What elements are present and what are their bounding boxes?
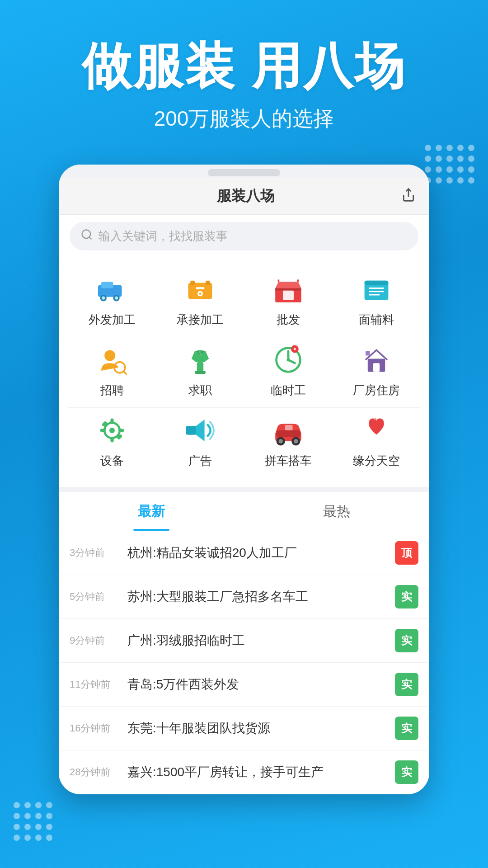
category-label-ml: 面辅料 (359, 312, 394, 328)
app-header: 服装八场 (59, 178, 429, 215)
category-label-sb: 设备 (100, 453, 124, 469)
app-header-title: 服装八场 (90, 186, 401, 206)
category-item-ml[interactable]: 面辅料 (340, 271, 413, 328)
category-item-pctc[interactable]: 拼车搭车 (252, 412, 324, 469)
category-icon-qz (182, 342, 218, 378)
search-icon (80, 228, 93, 244)
svg-point-12 (199, 292, 201, 295)
svg-point-1 (82, 230, 91, 239)
tabs-section: 最新 最热 (59, 492, 429, 531)
svg-rect-45 (118, 429, 124, 432)
category-item-cfz[interactable]: 厂房住房 (340, 342, 413, 398)
feed-badge-5: 实 (395, 760, 418, 784)
category-label-pf: 批发 (277, 312, 300, 328)
category-icon-yftk (358, 412, 394, 448)
feed-item-0[interactable]: 3分钟前 杭州:精品女装诚招20人加工厂 顶 (59, 531, 429, 575)
category-label-gg: 广告 (188, 453, 212, 469)
category-icon-gg (182, 412, 218, 448)
svg-rect-29 (195, 371, 206, 374)
share-icon[interactable] (401, 188, 416, 205)
category-item-zp[interactable]: 招聘 (76, 342, 148, 398)
svg-rect-4 (101, 282, 113, 288)
feed-item-2[interactable]: 9分钟前 广州:羽绒服招临时工 实 (59, 619, 429, 663)
svg-rect-49 (276, 430, 300, 437)
feed-time-1: 5分钟前 (70, 590, 119, 604)
category-section: 外发加工 承接加工 (59, 258, 429, 487)
phone-top-bar (59, 165, 429, 178)
svg-point-53 (294, 439, 298, 443)
feed-badge-4: 实 (395, 717, 418, 740)
svg-rect-44 (100, 429, 105, 432)
feed-item-5[interactable]: 28分钟前 嘉兴:1500平厂房转让，接手可生产 实 (59, 750, 429, 794)
category-label-yftk: 缘分天空 (353, 453, 400, 469)
svg-rect-14 (206, 281, 210, 285)
hero-title: 做服装 用八场 (18, 36, 470, 96)
feed-content-0: 杭州:精品女装诚招20人加工厂 (127, 544, 387, 561)
svg-rect-43 (110, 437, 113, 442)
feed-content-2: 广州:羽绒服招临时工 (127, 632, 387, 649)
svg-rect-19 (275, 288, 301, 291)
svg-rect-16 (283, 290, 294, 300)
svg-rect-54 (285, 425, 292, 430)
category-item-sb[interactable]: 设备 (76, 412, 148, 469)
feed-badge-3: 实 (395, 673, 418, 696)
feed-time-3: 11分钟前 (70, 678, 119, 691)
category-item-gg[interactable]: 广告 (164, 412, 236, 469)
category-label-lsg: 临时工 (271, 382, 306, 398)
category-label-pctc: 拼车搭车 (265, 453, 312, 469)
phone-notch (208, 169, 280, 176)
category-label-qz: 求职 (188, 382, 212, 398)
category-icon-ml (358, 271, 394, 307)
svg-rect-10 (196, 287, 204, 289)
svg-point-51 (278, 439, 283, 443)
svg-point-41 (109, 428, 115, 433)
category-icon-cfz (358, 342, 394, 378)
feed-time-2: 9分钟前 (70, 634, 119, 647)
search-input-wrapper[interactable]: 输入关键词，找找服装事 (70, 222, 418, 250)
category-item-qz[interactable]: 求职 (164, 342, 236, 398)
category-row-3: 设备 广告 (59, 408, 429, 478)
tab-newest[interactable]: 最新 (59, 492, 244, 531)
feed-item-3[interactable]: 11分钟前 青岛:5万件西装外发 实 (59, 663, 429, 707)
svg-rect-48 (186, 426, 196, 434)
svg-point-33 (286, 358, 290, 361)
tabs-header: 最新 最热 (59, 492, 429, 531)
category-label-cfz: 厂房住房 (353, 382, 400, 398)
feed-badge-2: 实 (395, 629, 418, 652)
category-icon-pctc (270, 412, 306, 448)
svg-rect-38 (373, 363, 379, 372)
category-label-wfj: 外发加工 (89, 312, 136, 328)
category-label-zp: 招聘 (100, 382, 124, 398)
feed-item-1[interactable]: 5分钟前 苏州:大型服装工厂急招多名车工 实 (59, 575, 429, 619)
tab-hottest[interactable]: 最热 (244, 492, 429, 531)
feed-content-5: 嘉兴:1500平厂房转让，接手可生产 (127, 764, 387, 781)
category-item-wfj[interactable]: 外发加工 (76, 271, 148, 328)
category-icon-cjj (182, 271, 218, 307)
feed-list: 3分钟前 杭州:精品女装诚招20人加工厂 顶 5分钟前 苏州:大型服装工厂急招多… (59, 531, 429, 794)
category-item-pf[interactable]: 批发 (252, 271, 324, 328)
svg-line-2 (89, 237, 91, 239)
svg-rect-28 (197, 362, 203, 372)
feed-badge-1: 实 (395, 585, 418, 609)
dots-decoration-bottom-left (14, 802, 52, 841)
category-item-cjj[interactable]: 承接加工 (164, 271, 236, 328)
feed-item-4[interactable]: 16分钟前 东莞:十年服装团队找货源 实 (59, 707, 429, 750)
hero-subtitle: 200万服装人的选择 (18, 105, 470, 133)
category-row-1: 外发加工 承接加工 (59, 267, 429, 337)
svg-point-25 (104, 350, 115, 361)
category-icon-wfj (94, 271, 130, 307)
svg-rect-9 (188, 283, 212, 299)
category-item-lsg[interactable]: 临时工 (252, 342, 324, 398)
feed-time-0: 3分钟前 (70, 546, 119, 560)
search-bar: 输入关键词，找找服装事 (59, 215, 429, 258)
svg-line-27 (123, 371, 126, 374)
feed-badge-0: 顶 (395, 541, 418, 565)
search-placeholder-text: 输入关键词，找找服装事 (99, 228, 228, 244)
feed-content-1: 苏州:大型服装工厂急招多名车工 (127, 588, 387, 605)
svg-rect-13 (190, 281, 195, 285)
svg-point-7 (102, 297, 105, 300)
svg-rect-21 (364, 281, 388, 285)
svg-point-8 (115, 297, 118, 300)
svg-rect-42 (110, 419, 113, 424)
category-item-yftk[interactable]: 缘分天空 (340, 412, 413, 469)
